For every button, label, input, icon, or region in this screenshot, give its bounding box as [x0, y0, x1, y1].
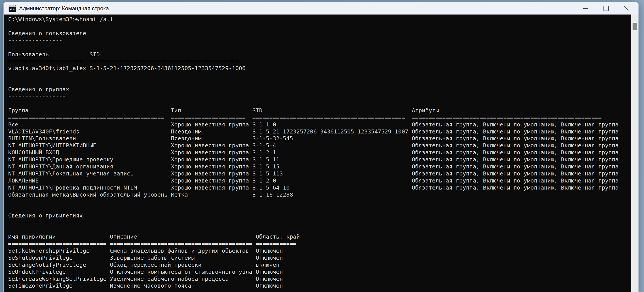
cmd-window: C:\. Администратор: Командная строка C:\… [3, 2, 638, 292]
console-area: C:\Windows\System32>whoami /all Сведения… [4, 14, 638, 292]
maximize-button[interactable] [596, 2, 616, 14]
console-viewport[interactable]: C:\Windows\System32>whoami /all Сведения… [4, 14, 631, 292]
close-icon [624, 6, 629, 11]
cmd-icon: C:\. [8, 5, 16, 12]
cmd-icon-label: C:\. [10, 7, 16, 10]
maximize-icon [604, 6, 608, 11]
titlebar[interactable]: C:\. Администратор: Командная строка [4, 2, 638, 14]
window-title: Администратор: Командная строка [19, 5, 109, 12]
close-button[interactable] [616, 2, 636, 14]
minimize-button[interactable] [576, 2, 596, 14]
console-output: C:\Windows\System32>whoami /all Сведения… [4, 14, 631, 289]
minimize-icon [583, 8, 588, 8]
vertical-scrollbar[interactable] [631, 14, 638, 292]
scrollbar-thumb[interactable] [632, 23, 637, 30]
window-controls [576, 2, 636, 14]
desktop: { "window": { "title": "Администратор: К… [0, 0, 644, 292]
